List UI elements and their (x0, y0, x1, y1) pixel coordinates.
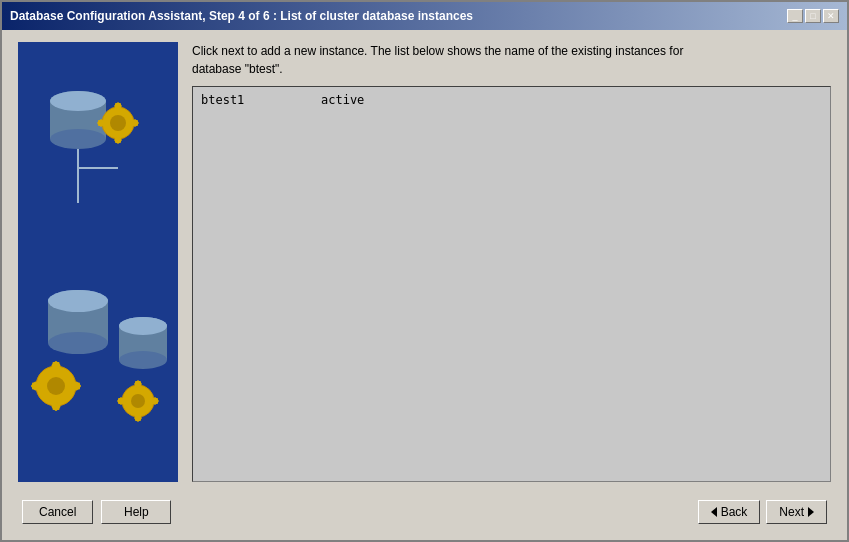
minimize-button[interactable]: _ (787, 9, 803, 23)
left-buttons: Cancel Help (22, 500, 171, 524)
back-button[interactable]: Back (698, 500, 761, 524)
next-button[interactable]: Next (766, 500, 827, 524)
bottom-illustration (28, 271, 168, 451)
maximize-button[interactable]: □ (805, 9, 821, 23)
close-button[interactable]: ✕ (823, 9, 839, 23)
window-title: Database Configuration Assistant, Step 4… (10, 9, 473, 23)
main-row: Click next to add a new instance. The li… (18, 42, 831, 482)
svg-point-4 (50, 129, 106, 149)
instance-name: btest1 (201, 93, 281, 107)
instances-list: btest1 active (192, 86, 831, 482)
window-controls: _ □ ✕ (787, 9, 839, 23)
svg-point-23 (119, 317, 167, 335)
top-illustration (28, 73, 168, 248)
button-bar: Cancel Help Back Next (18, 492, 831, 528)
svg-point-35 (131, 394, 145, 408)
description-text: Click next to add a new instance. The li… (192, 42, 831, 78)
table-row: btest1 active (197, 91, 826, 109)
title-bar: Database Configuration Assistant, Step 4… (2, 2, 847, 30)
svg-point-19 (48, 290, 108, 312)
next-arrow-icon (808, 507, 814, 517)
svg-point-22 (119, 351, 167, 369)
back-arrow-icon (711, 507, 717, 517)
svg-point-7 (110, 115, 126, 131)
right-panel: Click next to add a new instance. The li… (192, 42, 831, 482)
help-button[interactable]: Help (101, 500, 171, 524)
instance-status: active (321, 93, 364, 107)
content-area: Click next to add a new instance. The li… (2, 30, 847, 540)
svg-point-5 (50, 91, 106, 111)
right-buttons: Back Next (698, 500, 827, 524)
svg-point-18 (48, 332, 108, 354)
cancel-button[interactable]: Cancel (22, 500, 93, 524)
svg-point-25 (47, 377, 65, 395)
main-window: Database Configuration Assistant, Step 4… (0, 0, 849, 542)
illustration-panel (18, 42, 178, 482)
